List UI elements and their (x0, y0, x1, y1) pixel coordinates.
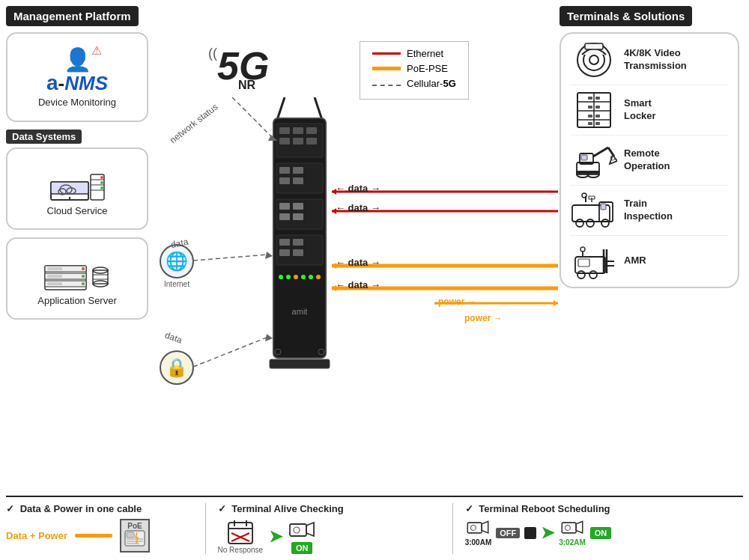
svg-rect-89 (279, 177, 290, 184)
cloud-service-box: Cloud Service (6, 147, 148, 230)
router-device: amit (266, 97, 333, 385)
amr-icon-area (570, 240, 618, 281)
reboot-on-badge: ON (590, 527, 612, 539)
data-row1: ← data → (336, 183, 380, 194)
svg-rect-49 (581, 155, 587, 160)
svg-rect-43 (588, 115, 592, 118)
terminal-item-train: TrainInspection (570, 190, 729, 236)
svg-point-20 (82, 275, 85, 278)
data-systems-label: Data Systems (6, 130, 82, 144)
svg-point-105 (309, 275, 313, 279)
alive-on-badge: ON (291, 542, 313, 554)
nms-text: NMS (64, 72, 108, 94)
svg-point-102 (286, 275, 291, 279)
poe-text: PoE (124, 522, 145, 530)
svg-point-103 (294, 275, 298, 279)
ethernet-label: Ethernet (407, 48, 443, 59)
terminal-item-remote: RemoteOperation (570, 140, 729, 186)
feature1-content: Data + Power PoE (6, 519, 192, 553)
terminal-label-amr: AMR (624, 255, 646, 267)
router-svg: amit (266, 97, 333, 382)
svg-rect-144 (562, 523, 576, 533)
svg-rect-44 (595, 115, 600, 118)
svg-point-146 (565, 526, 571, 531)
device-monitoring-box: 👤 ⚠ a-NMS Device Monitoring (6, 32, 148, 122)
data-row2: ← data → (336, 202, 380, 213)
svg-point-32 (589, 55, 598, 64)
wifi-waves: (( (208, 46, 217, 60)
svg-point-21 (82, 282, 85, 285)
data-label-r3: ← data → (336, 257, 380, 268)
time2-label: 3:02AM (559, 538, 586, 547)
terminal-label-video: 4K/8K VideoTransmission (624, 47, 687, 73)
svg-rect-80 (279, 127, 290, 134)
power-text-r4: power → (438, 296, 476, 307)
feature3-title: ✓ Terminal Reboot Scheduling (465, 503, 743, 514)
svg-rect-128 (127, 532, 134, 538)
locker-icon-area (570, 90, 618, 130)
svg-marker-126 (554, 300, 558, 306)
svg-rect-85 (306, 138, 317, 144)
svg-point-12 (100, 176, 103, 179)
svg-rect-92 (279, 203, 290, 210)
svg-rect-141 (468, 523, 482, 533)
svg-rect-46 (595, 122, 600, 125)
check3: ✓ (465, 503, 473, 514)
poe-label: PoE-PSE (407, 63, 448, 74)
svg-rect-22 (47, 267, 62, 270)
svg-line-50 (593, 147, 608, 156)
internet-label: Internet (160, 280, 194, 288)
dash: - (58, 72, 65, 94)
svg-rect-33 (585, 43, 603, 49)
internet-globe: 🌐 Internet (160, 244, 194, 288)
svg-rect-42 (595, 106, 600, 109)
device-monitoring-label: Device Monitoring (38, 97, 116, 108)
divider2 (452, 503, 453, 554)
svg-point-140 (294, 527, 300, 533)
app-server-icon (43, 251, 111, 292)
legend-poe: PoE-PSE (372, 63, 456, 74)
svg-point-61 (601, 219, 609, 227)
feature-reboot: ✓ Terminal Reboot Scheduling 3:00AM OFF (459, 503, 743, 547)
svg-rect-83 (279, 138, 290, 144)
poe-line-legend (372, 67, 401, 70)
terminals-big-box: 4K/8K VideoTransmission (560, 32, 739, 288)
camera-icon-area (570, 40, 618, 80)
anms-logo: 👤 ⚠ a-NMS (46, 46, 108, 94)
svg-rect-82 (306, 127, 317, 134)
svg-rect-75 (578, 259, 589, 267)
data-label-r2: ← data → (336, 202, 380, 213)
svg-point-13 (100, 181, 103, 184)
svg-text:amit: amit (292, 307, 308, 316)
svg-rect-84 (293, 138, 303, 144)
svg-line-76 (277, 97, 285, 120)
svg-rect-100 (293, 249, 303, 256)
data-text-lock: data (163, 329, 184, 345)
feature-alive: ✓ Terminal Alive Checking (212, 503, 446, 554)
camera-small-icon (288, 520, 315, 541)
svg-rect-95 (293, 213, 303, 220)
time1-label: 3:00AM (465, 538, 492, 547)
train-icon (571, 192, 617, 229)
svg-point-72 (589, 271, 597, 279)
5g-area: (( 5G NR (208, 46, 269, 91)
amr-icon (571, 242, 617, 279)
svg-point-59 (576, 219, 583, 227)
svg-rect-88 (293, 167, 303, 174)
svg-rect-81 (293, 127, 303, 134)
data-row4: ← data → (336, 279, 380, 290)
main-container: Management Platform 👤 ⚠ a-NMS Device Mon… (0, 0, 749, 560)
power-text-r5: power → (464, 313, 503, 323)
lock-icon: 🔒 (160, 350, 194, 385)
svg-rect-98 (293, 239, 303, 246)
feature-data-power: ✓ Data & Power in one cable Data + Power… (6, 503, 199, 553)
svg-marker-142 (482, 521, 489, 532)
feature2-content: No Response ➤ ON (218, 519, 440, 554)
data-row3: ← data → (336, 257, 380, 268)
svg-rect-138 (290, 524, 306, 536)
off-badge: OFF (496, 528, 520, 538)
reboot-arrow: ➤ (541, 523, 554, 543)
a-letter: a (46, 71, 58, 94)
svg-point-19 (82, 267, 85, 270)
power-label-r4: power → (438, 294, 476, 308)
